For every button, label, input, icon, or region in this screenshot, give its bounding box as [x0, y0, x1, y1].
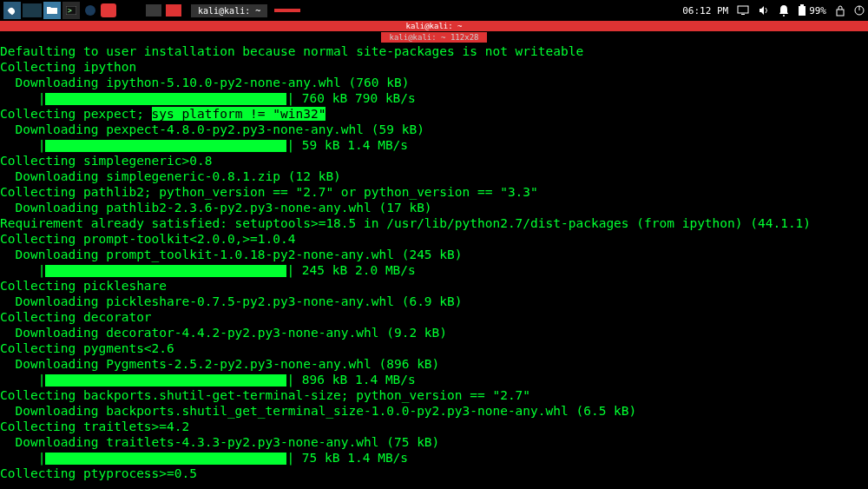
- window-title: kali@kali: ~: [405, 22, 462, 30]
- taskbar-task-terminal[interactable]: kali@kali: ~: [191, 4, 267, 17]
- terminal-line: Collecting pathlib2; python_version == "…: [0, 184, 868, 200]
- terminal-line: Collecting backports.shutil-get-terminal…: [0, 387, 868, 403]
- terminal-launcher-icon[interactable]: >: [62, 2, 80, 19]
- terminal-line: Downloading Pygments-2.5.2-py2.py3-none-…: [0, 356, 868, 372]
- taskbar-right: 06:12 PM 99%: [682, 4, 865, 17]
- terminal-tab[interactable]: kali@kali: ~ 112x28: [381, 32, 488, 43]
- close-app-icon[interactable]: [101, 3, 116, 17]
- progress-bar: [45, 374, 286, 387]
- terminal-line: Collecting simplegeneric>0.8: [0, 153, 868, 169]
- terminal-line: Downloading pathlib2-2.3.6-py2.py3-none-…: [0, 200, 868, 215]
- terminal-line: Collecting pygments<2.6: [0, 340, 868, 356]
- terminal-line: Defaulting to user installation because …: [0, 43, 868, 59]
- file-manager-icon[interactable]: [43, 2, 61, 19]
- terminal-line: Collecting ptyprocess>=0.5: [0, 466, 868, 481]
- svg-point-2: [85, 5, 95, 16]
- taskbar-task-other[interactable]: [274, 9, 300, 12]
- terminal-line: Downloading traitlets-4.3.3-py2.py3-none…: [0, 434, 868, 450]
- terminal-line: Collecting decorator: [0, 309, 868, 325]
- battery-percent: 99%: [809, 5, 826, 17]
- window-titlebar[interactable]: kali@kali: ~: [0, 21, 868, 31]
- lock-icon[interactable]: [835, 4, 845, 17]
- desktop1-icon[interactable]: [23, 3, 42, 17]
- terminal-window: kali@kali: ~ kali@kali: ~ 112x28 Default…: [0, 21, 868, 489]
- terminal-line: Collecting pickleshare: [0, 278, 868, 294]
- terminal-output[interactable]: Defaulting to user installation because …: [0, 43, 868, 489]
- svg-rect-3: [738, 6, 748, 13]
- clock[interactable]: 06:12 PM: [682, 5, 728, 17]
- progress-label: | 75 kB 1.4 MB/s: [286, 451, 408, 465]
- progress-line: || 896 kB 1.4 MB/s: [0, 372, 868, 387]
- svg-rect-8: [837, 10, 844, 16]
- terminal-line: Collecting pexpect; sys_platform != "win…: [0, 106, 868, 122]
- terminal-tabbar: kali@kali: ~ 112x28: [0, 31, 868, 43]
- progress-line: || 75 kB 1.4 MB/s: [0, 450, 868, 466]
- taskbar-left: > kali@kali: ~: [3, 2, 300, 19]
- svg-rect-4: [741, 14, 745, 15]
- terminal-line: Downloading backports.shutil_get_termina…: [0, 403, 868, 419]
- workspace-2[interactable]: [166, 4, 181, 17]
- terminal-line: Collecting prompt-toolkit<2.0.0,>=1.0.4: [0, 231, 868, 247]
- task-label: kali@kali: ~: [198, 6, 260, 16]
- terminal-line: Downloading pickleshare-0.7.5-py2.py3-no…: [0, 294, 868, 309]
- progress-line: || 245 kB 2.0 MB/s: [0, 262, 868, 278]
- terminal-line: Requirement already satisfied: setuptool…: [0, 215, 868, 231]
- terminal-line: Downloading prompt_toolkit-1.0.18-py2-no…: [0, 247, 868, 262]
- battery-icon[interactable]: 99%: [798, 4, 826, 17]
- kali-tool-icon[interactable]: [82, 2, 99, 19]
- display-icon[interactable]: [737, 5, 749, 16]
- tab-label: kali@kali: ~ 112x28: [390, 33, 479, 42]
- progress-label: | 896 kB 1.4 MB/s: [286, 373, 415, 387]
- power-icon[interactable]: [854, 5, 865, 16]
- progress-bar: [45, 265, 286, 277]
- svg-rect-6: [799, 6, 806, 16]
- terminal-line: Collecting ipython: [0, 59, 868, 75]
- volume-icon[interactable]: [758, 4, 770, 17]
- workspace-1[interactable]: [146, 4, 161, 17]
- terminal-line: Downloading pexpect-4.8.0-py2.py3-none-a…: [0, 122, 868, 137]
- progress-bar: [45, 93, 286, 105]
- terminal-line: Collecting traitlets>=4.2: [0, 419, 868, 434]
- progress-label: | 245 kB 2.0 MB/s: [286, 263, 415, 277]
- progress-bar: [45, 453, 286, 465]
- progress-label: | 760 kB 790 kB/s: [286, 91, 415, 105]
- progress-bar: [45, 140, 286, 152]
- svg-point-5: [783, 15, 785, 17]
- progress-label: | 59 kB 1.4 MB/s: [286, 138, 408, 152]
- svg-rect-7: [800, 4, 804, 6]
- terminal-line: Downloading decorator-4.4.2-py2.py3-none…: [0, 325, 868, 340]
- svg-text:>: >: [68, 7, 72, 15]
- terminal-line: Downloading simplegeneric-0.8.1.zip (12 …: [0, 169, 868, 184]
- progress-line: || 59 kB 1.4 MB/s: [0, 137, 868, 153]
- terminal-line: Downloading ipython-5.10.0-py2-none-any.…: [0, 75, 868, 90]
- taskbar: > kali@kali: ~ 06:12 PM 99%: [0, 0, 868, 21]
- notification-icon[interactable]: [779, 4, 789, 17]
- app-menu-icon[interactable]: [3, 2, 21, 19]
- progress-line: || 760 kB 790 kB/s: [0, 90, 868, 106]
